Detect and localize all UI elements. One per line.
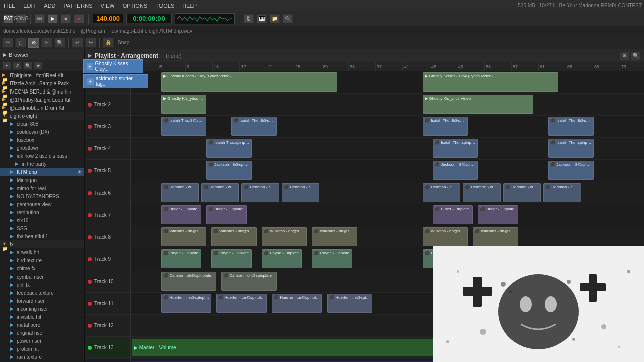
browser-file-item[interactable]: ▶ mimo for real <box>0 184 84 192</box>
clip-8-4[interactable]: ⬛ Williams - hh@spinplate <box>423 227 468 246</box>
track-label-14[interactable]: Track 14 <box>85 359 130 362</box>
clip-3-2[interactable]: ⬛ Isaiah Tho..8@spinplate <box>423 117 468 136</box>
browser-file-item[interactable]: ▶ cymbal riser <box>0 273 84 281</box>
redo-btn[interactable]: ↪ <box>85 38 96 48</box>
clip-10-1[interactable]: ⬛ Damion - oh@spinplate <box>221 272 277 291</box>
clip-3-3[interactable]: ⬛ Isaiah Tho..8@spinplate <box>548 117 594 136</box>
track-label-9[interactable]: Track 9 <box>85 248 130 270</box>
clip-8-0[interactable]: ⬛ Williams - hh@spinplate <box>161 227 206 246</box>
browser-file-ktm-drip[interactable]: ▶ KTM drip ★ <box>0 168 84 176</box>
clip-11-2[interactable]: ⬛ Huerter - ..e@spinplate <box>272 294 322 313</box>
clip-4-0[interactable]: ⬛ Isaiah Tho..spinplate #2 <box>206 139 252 158</box>
browser-file-item[interactable]: ▶ power riser <box>0 337 84 345</box>
clip-9-1[interactable]: ⬛ Payne - ..inplate <box>211 249 252 268</box>
track-row-5[interactable]: ⬛ Jackson - 8@spinplate⬛ Jackson - 8@spi… <box>131 160 644 182</box>
track-label-11[interactable]: Track 11 <box>85 293 130 315</box>
clip-3-0[interactable]: ⬛ Isaiah Tho..8@spinplate <box>161 117 206 136</box>
track-label-8[interactable]: Track 8 <box>85 226 130 248</box>
clip-4-2[interactable]: ⬛ Isaiah Tho..spinplate #2 <box>548 139 594 158</box>
browser-file-item[interactable]: ▶ original riser <box>0 329 84 337</box>
clip-11-0[interactable]: ⬛ Huerter - ..e@spinplate <box>161 294 211 313</box>
menu-view[interactable]: VIEW <box>99 3 116 9</box>
pattern-mode-btn[interactable]: PAT <box>3 14 13 23</box>
playlist-zoom-btn[interactable]: 🔍 <box>631 51 641 60</box>
stop-btn[interactable]: ■ <box>61 14 71 23</box>
browser-file-item[interactable]: ▶ bird texture <box>0 256 84 264</box>
browser-file-item[interactable]: ▶ airwalk hit <box>0 248 84 256</box>
clip-3-1[interactable]: ⬛ Isaiah Tho..8@spinplate <box>231 117 277 136</box>
browser-file-item[interactable]: ▶ idk how 2 use dis bass <box>0 152 84 160</box>
browser-file-item[interactable]: ▶ clean 808 <box>0 120 84 128</box>
clip-7-1[interactable]: ⬛ Butler - ..inplate <box>206 205 247 224</box>
piano-roll-btn[interactable]: 🎹 <box>257 14 267 23</box>
browser-file-protein-hit[interactable]: ▶ protein hit <box>0 345 84 353</box>
track-label-12[interactable]: Track 12 <box>85 315 130 337</box>
clip-6-7[interactable]: ⬛ Dedmon - cl..spinplate <box>543 183 581 202</box>
browser-folder-item[interactable]: ▶📁 ITizzle Archi..Sample Pack <box>0 79 84 87</box>
clip-6-1[interactable]: ⬛ Dedmon - cl..spinplate <box>201 183 239 202</box>
menu-help[interactable]: HELP <box>181 3 198 9</box>
browser-file-item[interactable]: ▶ six16 <box>0 216 84 224</box>
track-label-5[interactable]: Track 5 <box>85 160 130 182</box>
clip-7-2[interactable]: ⬛ Butler - ..inplate <box>433 205 473 224</box>
plugin-picker-btn[interactable]: 🔌 <box>283 14 293 23</box>
track-row-4[interactable]: ⬛ Isaiah Tho..spinplate #2⬛ Isaiah Tho..… <box>131 138 644 160</box>
clip-8-1[interactable]: ⬛ Williams - hh@spinplate <box>211 227 257 246</box>
clip-5-0[interactable]: ⬛ Jackson - 8@spinplate <box>206 161 252 180</box>
clip-6-3[interactable]: ⬛ Dedmon - cl..spinplate <box>282 183 319 202</box>
mixer-btn[interactable]: 🎛 <box>244 14 254 23</box>
browser-file-item[interactable]: ▶ chime fx <box>0 264 84 273</box>
browser-add-btn[interactable]: + <box>2 62 11 70</box>
browser-file-item[interactable]: ▶ tha beautiful 1 <box>0 232 84 240</box>
song-mode-btn[interactable]: SONG <box>16 14 26 23</box>
browser-file-item[interactable]: ▶ invisible hit <box>0 313 84 321</box>
track-row-3[interactable]: ⬛ Isaiah Tho..8@spinplate⬛ Isaiah Tho..8… <box>131 116 644 138</box>
browser-file-in-the-party[interactable]: ▶ in the party <box>0 160 84 168</box>
clip-2-0[interactable]: ▶ Ghostly Kis_yrics Video <box>161 95 206 114</box>
menu-file[interactable]: FILE <box>2 3 17 9</box>
zoom-tool[interactable]: 🔍 <box>54 38 65 48</box>
draw-tool[interactable]: ✏ <box>2 38 13 48</box>
menu-tools[interactable]: TOOLS <box>154 3 176 9</box>
clip-6-4[interactable]: ⬛ Dedmon - cl..spinplate <box>423 183 460 202</box>
track-label-7[interactable]: Track 7 <box>85 204 130 226</box>
erase-tool[interactable]: ⊗ <box>28 38 39 48</box>
browser-star-btn[interactable]: ★ <box>34 62 43 70</box>
browser-file-item[interactable]: ▶ retribution <box>0 208 84 216</box>
track-row-1[interactable]: ▶ Ghostly Kisses - Clay (Lyrics Video)▶ … <box>131 71 644 94</box>
clip-6-0[interactable]: ⬛ Dedmon - cl..spinplate <box>161 183 199 202</box>
menu-options[interactable]: OPTIONS <box>121 3 149 9</box>
browser-file-item[interactable]: ▶ ghosttown <box>0 144 84 152</box>
track-label-3[interactable]: Track 3 <box>85 116 130 138</box>
browser-file-item[interactable]: ▶ rain texture <box>0 353 84 361</box>
browser-file-item[interactable]: ▶ Michigan <box>0 176 84 184</box>
track-row-8[interactable]: ⬛ Williams - hh@spinplate⬛ Williams - hh… <box>131 226 644 248</box>
clip-5-1[interactable]: ⬛ Jackson - 8@spinplate <box>433 161 478 180</box>
cut-tool[interactable]: ✂ <box>41 38 52 48</box>
browser-file-item[interactable]: ▶ cooldown (D#) <box>0 128 84 136</box>
clip-5-2[interactable]: ⬛ Jackson - 8@spinplate <box>548 161 594 180</box>
browser-file-item[interactable]: ▶ drill fx <box>0 281 84 289</box>
undo-btn[interactable]: ↩ <box>72 38 83 48</box>
browser-file-feedback[interactable]: ▶ feedback texture <box>0 289 84 297</box>
track-row-6[interactable]: ⬛ Dedmon - cl..spinplate⬛ Dedmon - cl..s… <box>131 182 644 204</box>
prev-btn[interactable]: ⏮ <box>35 14 45 23</box>
browser-refresh-btn[interactable]: ↺ <box>13 62 22 70</box>
menu-edit[interactable]: EDIT <box>22 3 37 9</box>
record-btn[interactable]: ● <box>74 14 84 23</box>
play-btn[interactable]: ▶ <box>48 14 58 23</box>
browser-file-item[interactable]: ▶ NO BYSTANDERS <box>0 192 84 200</box>
clip-7-0[interactable]: ⬛ Butler - ..inplate <box>161 205 201 224</box>
menu-patterns[interactable]: PATTERNS <box>62 3 94 9</box>
browser-folder-item[interactable]: ▶📁 @1ProdbyRai..ght Loop Kit <box>0 96 84 104</box>
clip-1-1[interactable]: ▶ Ghostly Kisses - Clay (Lyrics Video) <box>423 72 558 92</box>
browser-file-item[interactable]: ▶ fusebox <box>0 136 84 144</box>
select-tool[interactable]: ⬚ <box>15 38 26 48</box>
browser-file-item[interactable]: ▶ forward riser <box>0 297 84 305</box>
browser-file-item[interactable]: ▶ metal perc <box>0 321 84 329</box>
clip-10-0[interactable]: ⬛ Damion - oh@spinplate <box>161 272 216 291</box>
track-label-6[interactable]: Track 6 <box>85 182 130 204</box>
snap-btn[interactable]: 🔒 <box>103 38 114 48</box>
clip-6-5[interactable]: ⬛ Dedmon - cl..spinplate <box>463 183 501 202</box>
bpm-display[interactable]: 140.000 <box>93 14 123 23</box>
